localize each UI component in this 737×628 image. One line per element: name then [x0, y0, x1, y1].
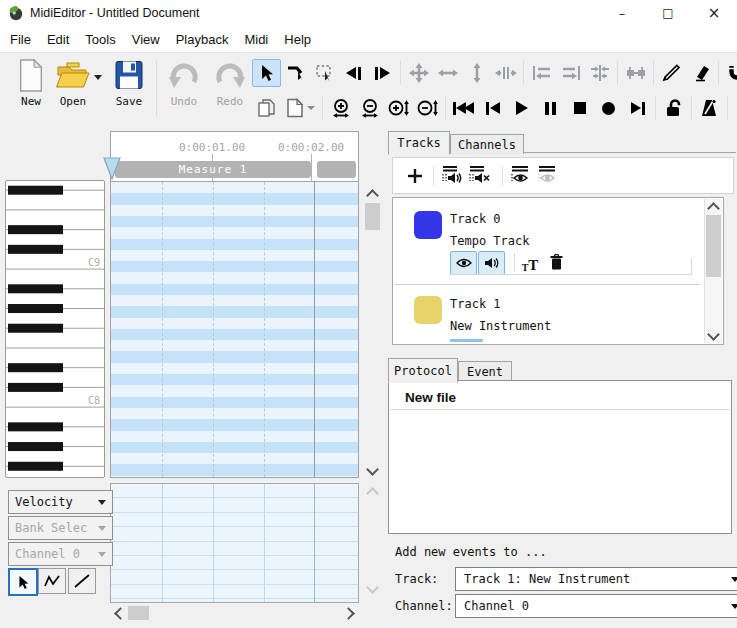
unmute-all-tracks-button[interactable]	[440, 164, 467, 187]
align-right-button[interactable]	[556, 59, 585, 87]
magnet-icon	[727, 64, 737, 82]
event-type-combo[interactable]: Velocity	[8, 490, 113, 514]
record-button[interactable]	[594, 94, 623, 122]
open-button[interactable]: Open	[52, 59, 94, 108]
magnet-button[interactable]	[722, 59, 737, 87]
hide-all-tracks-button[interactable]	[536, 164, 563, 187]
bank-select-combo[interactable]: Bank Selec	[8, 516, 113, 540]
resize-notes-button[interactable]	[491, 59, 520, 87]
menu-edit[interactable]: Edit	[39, 28, 77, 51]
track-visibility-button[interactable]	[450, 251, 477, 275]
equalize-button[interactable]	[585, 59, 614, 87]
scroll-left-button[interactable]	[112, 606, 128, 620]
add-track-button[interactable]	[403, 167, 427, 185]
tab-protocol[interactable]: Protocol	[388, 358, 458, 383]
roll-vertical-scrollbar[interactable]	[364, 186, 381, 478]
stop-button[interactable]	[565, 94, 594, 122]
protocol-entry[interactable]: New file	[389, 381, 731, 405]
new-note-tool-button[interactable]	[281, 59, 310, 87]
paste-caret[interactable]	[307, 106, 315, 110]
open-recent-caret[interactable]	[94, 75, 102, 80]
show-all-tracks-button[interactable]	[509, 164, 536, 187]
speaker-icon	[440, 164, 463, 184]
zoom-vertical-in-button[interactable]	[384, 94, 413, 122]
track-color-swatch[interactable]	[414, 211, 442, 239]
move-vertical-button[interactable]	[462, 59, 491, 87]
back-to-begin-button[interactable]	[449, 94, 478, 122]
zoom-horizontal-out-button[interactable]	[355, 94, 384, 122]
glue-notes-button[interactable]	[621, 59, 650, 87]
lock-screen-button[interactable]	[659, 94, 688, 122]
piano-keyboard[interactable]: C9C8	[5, 180, 105, 478]
track-list-scrollbar[interactable]	[704, 199, 722, 343]
velocity-editor-grid[interactable]	[110, 483, 359, 603]
rename-track-button[interactable]: TT	[519, 251, 541, 273]
metronome-button[interactable]	[695, 94, 724, 122]
freehand-tool-button[interactable]	[38, 568, 66, 594]
remove-track-button[interactable]	[545, 251, 567, 273]
track-color-swatch[interactable]	[414, 296, 442, 324]
menu-help[interactable]: Help	[276, 28, 319, 51]
back-marker-button[interactable]	[478, 94, 507, 122]
svg-text:C8: C8	[88, 395, 100, 406]
zoom-vertical-out-button[interactable]	[413, 94, 442, 122]
new-button[interactable]: New	[10, 59, 52, 108]
track-scroll-thumb[interactable]	[706, 215, 721, 277]
maximize-button[interactable]: □	[645, 0, 691, 26]
move-all-button[interactable]	[404, 59, 433, 87]
menu-file[interactable]: File	[2, 28, 39, 51]
eye-icon	[509, 164, 532, 184]
menu-view[interactable]: View	[124, 28, 168, 51]
pause-button[interactable]	[536, 94, 565, 122]
zoom-horizontal-in-button[interactable]	[326, 94, 355, 122]
playhead-cursor[interactable]	[103, 157, 121, 180]
pencil-icon	[662, 64, 682, 82]
tab-tracks[interactable]: Tracks	[388, 131, 450, 155]
horizontal-scrollbar[interactable]	[110, 605, 358, 622]
mute-all-tracks-button[interactable]	[467, 164, 496, 187]
play-button[interactable]	[507, 94, 536, 122]
add-channel-combo[interactable]: Channel 0	[455, 594, 737, 618]
midi-connections-button[interactable]	[731, 94, 737, 122]
minimize-button[interactable]: –	[599, 0, 645, 26]
add-track-combo[interactable]: Track 1: New Instrument	[455, 567, 737, 591]
eraser-tool-button[interactable]	[686, 59, 715, 87]
scroll-down-button[interactable]	[705, 327, 721, 341]
menu-playback[interactable]: Playback	[168, 28, 237, 51]
align-left-button[interactable]	[527, 59, 556, 87]
velocity-standard-tool-button[interactable]	[8, 568, 38, 596]
track-audibility-button[interactable]	[478, 251, 505, 275]
save-button[interactable]: Save	[108, 59, 150, 108]
tab-event[interactable]: Event	[458, 361, 512, 382]
timeline[interactable]: 0:00:01.00 0:00:02.00 Measure 1	[110, 131, 359, 182]
move-horizontal-button[interactable]	[433, 59, 462, 87]
measure-2-bar[interactable]	[317, 161, 356, 178]
line-tool-button[interactable]	[68, 568, 96, 594]
menu-tools[interactable]: Tools	[77, 28, 123, 51]
select-left-events-button[interactable]	[339, 59, 368, 87]
piano-roll-grid[interactable]	[110, 181, 359, 478]
horizontal-scroll-thumb[interactable]	[128, 606, 149, 620]
standard-tool-button[interactable]	[252, 59, 281, 87]
undo-button[interactable]: Undo	[163, 59, 205, 108]
select-right-events-button[interactable]	[368, 59, 397, 87]
box-select-tool-button[interactable]	[310, 59, 339, 87]
scroll-down-button[interactable]	[364, 462, 380, 476]
move-horizontal-icon	[438, 66, 458, 80]
scroll-right-button[interactable]	[340, 606, 356, 620]
select-box-icon	[315, 64, 335, 82]
chevron-down-icon	[731, 577, 737, 582]
close-button[interactable]: ×	[691, 0, 737, 26]
forward-marker-button[interactable]	[623, 94, 652, 122]
scroll-up-button[interactable]	[364, 188, 380, 202]
vertical-scroll-thumb[interactable]	[365, 203, 380, 230]
menu-midi[interactable]: Midi	[236, 28, 276, 51]
channel-combo[interactable]: Channel 0	[8, 542, 113, 566]
tab-channels[interactable]: Channels	[450, 134, 524, 154]
redo-button[interactable]: Redo	[209, 59, 251, 108]
draw-tool-button[interactable]	[657, 59, 686, 87]
paste-events-button[interactable]	[281, 94, 319, 122]
measure-1-bar[interactable]: Measure 1	[115, 161, 311, 178]
scroll-up-button[interactable]	[705, 201, 721, 215]
copy-events-button[interactable]	[252, 94, 281, 122]
